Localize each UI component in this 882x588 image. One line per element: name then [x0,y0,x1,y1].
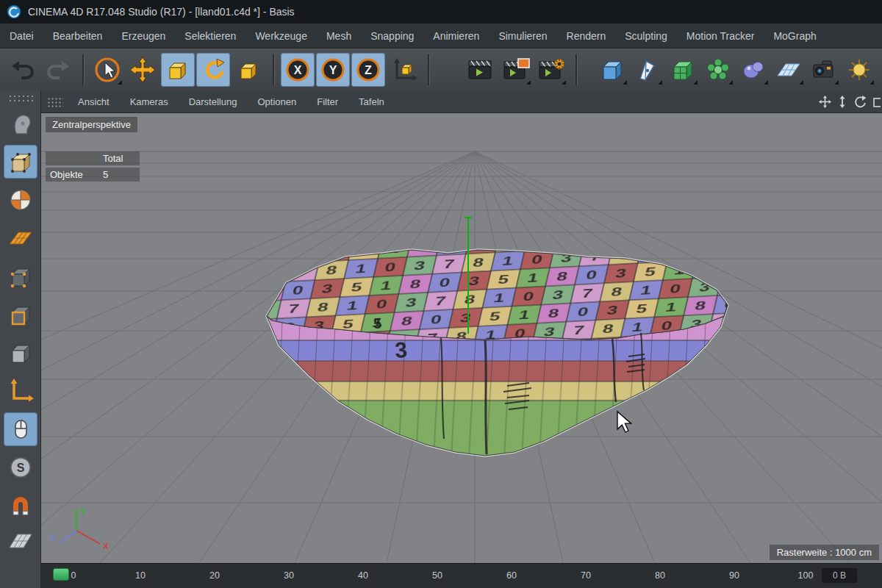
timeline-tick[interactable]: 10 [135,570,146,581]
camera-button[interactable] [807,53,841,87]
menu-animieren[interactable]: Animieren [423,24,489,49]
rotate-tool-icon [200,57,226,83]
menu-motion-tracker[interactable]: Motion Tracker [677,24,764,49]
points-mode-button[interactable] [0,257,41,295]
menu-bearbeiten[interactable]: Bearbeiten [43,24,112,49]
viewport-canvas[interactable]: 8 0 3 5 1 3 7 8 1 0 [41,113,882,563]
stats-spacer [50,153,103,164]
vp-menu-filter[interactable]: Filter [306,91,348,113]
render-view-button[interactable] [464,53,498,87]
snapping-toggle-button[interactable] [0,487,41,525]
timeline-tick[interactable]: 0 [71,570,76,581]
timeline-playhead[interactable] [53,568,69,581]
timeline-tick[interactable]: 70 [581,570,591,581]
timeline-tick[interactable]: 20 [209,570,220,581]
title-bar: CINEMA 4D R17.048 Studio (R17) - [lland0… [0,0,882,24]
y-axis-letter: Y [329,64,337,76]
menu-snapping[interactable]: Snapping [361,24,423,49]
render-settings-button[interactable] [534,53,568,87]
subdivision-surface-button[interactable] [666,53,700,87]
edges-mode-cube-icon [7,301,35,329]
stats-objects-value: 5 [103,169,135,180]
timeline-tick[interactable]: 60 [506,570,517,581]
polygons-mode-button[interactable] [0,334,41,372]
main-menubar: Datei Bearbeiten Erzeugen Selektieren We… [0,24,882,49]
light-icon [845,56,873,84]
camera-label[interactable]: Zentralperspektive [46,117,137,132]
rotate-tool-button[interactable] [196,53,230,87]
viewport-zoom-icon[interactable] [838,96,847,108]
svg-text:3: 3 [394,337,408,362]
vp-menu-ansicht[interactable]: Ansicht [68,91,120,113]
sidebar-grip[interactable] [8,94,33,103]
last-tool-button[interactable] [232,53,265,87]
redo-button[interactable] [41,53,75,87]
move-tool-icon [129,56,157,84]
sculpt-mode-button[interactable] [0,104,41,143]
workplane-grid-button[interactable] [0,525,41,554]
coordinate-system-icon [390,57,417,83]
lock-x-axis-button[interactable]: X [281,53,315,87]
render-to-picture-viewer-button[interactable] [499,53,533,87]
axis-mode-button[interactable] [0,372,41,410]
snap-settings-button[interactable]: S [0,448,41,487]
timeline-tick[interactable]: 90 [729,570,739,581]
menu-erzeugen[interactable]: Erzeugen [112,24,175,49]
menu-simulieren[interactable]: Simulieren [489,24,556,49]
lock-z-axis-button[interactable]: Z [351,53,385,87]
viewport-grip[interactable] [47,97,63,107]
pen-spline-button[interactable] [631,53,664,87]
magnet-icon [7,492,35,520]
lock-y-axis-button[interactable]: Y [316,53,350,87]
viewport-rotate-icon[interactable] [853,96,867,108]
gizmo-x-label: X [103,542,109,551]
floor-plane-icon [775,56,803,84]
mode-sidebar: S [0,91,41,588]
mouse-icon [7,415,35,443]
timeline-tick[interactable]: 100 [798,570,814,581]
menu-selektieren[interactable]: Selektieren [175,24,245,49]
menu-datei[interactable]: Datei [0,24,43,49]
vp-menu-kameras[interactable]: Kameras [120,91,179,113]
vp-menu-darstellung[interactable]: Darstellung [179,91,248,113]
x-axis-letter: X [294,64,302,76]
workplane-mode-button[interactable] [0,219,41,257]
camera-icon [810,56,838,84]
vp-menu-tafeln[interactable]: Tafeln [348,91,395,113]
move-tool-button[interactable] [126,53,159,87]
coordinate-system-button[interactable] [387,53,420,87]
texture-mode-button[interactable] [0,181,41,219]
light-button[interactable] [842,53,876,87]
generators-button[interactable] [701,53,735,87]
viewport-pan-icon[interactable] [819,96,831,108]
live-selection-button[interactable] [90,53,124,87]
toolbar-separator [273,54,275,85]
model-mode-cube-icon [7,148,35,176]
cinema4d-window: CINEMA 4D R17.048 Studio (R17) - [lland0… [0,0,882,588]
workplane-grid-icon [6,530,35,549]
floor-plane-button[interactable] [772,53,806,87]
menu-mograph[interactable]: MoGraph [764,24,825,49]
metaball-button[interactable] [736,53,770,87]
viewport-navigation-button[interactable] [0,410,41,448]
cube-primitive-icon [598,56,626,84]
add-cube-button[interactable] [595,53,629,87]
menu-rendern[interactable]: Rendern [557,24,616,49]
undo-button[interactable] [6,53,40,87]
scale-tool-button[interactable] [161,53,195,87]
timeline-tick[interactable]: 30 [284,570,294,581]
menu-mesh[interactable]: Mesh [317,24,361,49]
edges-mode-button[interactable] [0,295,41,334]
toolbar-separator [428,54,430,85]
terrain-mesh-object[interactable]: 3 5 [267,250,728,456]
vp-menu-optionen[interactable]: Optionen [247,91,306,113]
timeline-tick[interactable]: 50 [432,570,442,581]
model-mode-button[interactable] [0,143,41,181]
viewport-maximize-icon[interactable] [873,97,881,107]
timeline-ruler[interactable]: 0 10 20 30 40 50 60 70 80 90 100 0 B [41,563,882,588]
timeline-tick[interactable]: 40 [358,570,368,581]
timeline-tick[interactable]: 80 [655,570,665,581]
menu-werkzeuge[interactable]: Werkzeuge [245,24,317,49]
live-selection-icon [93,56,121,84]
menu-sculpting[interactable]: Sculpting [615,24,677,49]
